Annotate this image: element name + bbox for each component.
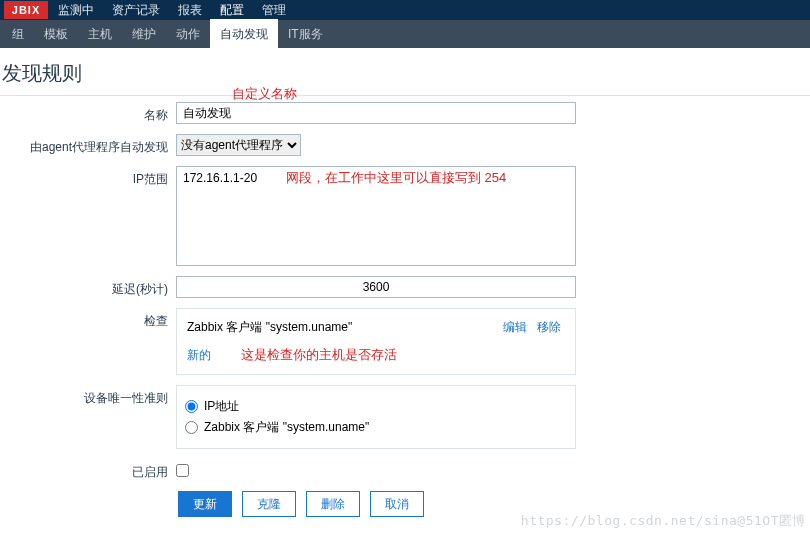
topmenu-monitoring[interactable]: 监测中 (58, 2, 94, 19)
subtab-hosts[interactable]: 主机 (78, 19, 122, 50)
update-button[interactable]: 更新 (178, 491, 232, 517)
label-enabled: 已启用 (0, 459, 176, 481)
radio-zabbix-agent[interactable] (185, 421, 198, 434)
clone-button[interactable]: 克隆 (242, 491, 296, 517)
annotation-custom-name: 自定义名称 (232, 85, 297, 103)
cancel-button[interactable]: 取消 (370, 491, 424, 517)
subtab-templates[interactable]: 模板 (34, 19, 78, 50)
name-input[interactable] (176, 102, 576, 124)
annotation-iprange: 网段，在工作中这里可以直接写到 254 (286, 169, 506, 187)
logo: JBIX (4, 1, 48, 19)
topmenu-administration[interactable]: 管理 (262, 2, 286, 19)
sub-navigation: 组 模板 主机 维护 动作 自动发现 IT服务 (0, 20, 810, 48)
annotation-check: 这是检查你的主机是否存活 (241, 346, 397, 364)
check-edit-link[interactable]: 编辑 (503, 319, 527, 336)
subtab-actions[interactable]: 动作 (166, 19, 210, 50)
page-title: 发现规则 (0, 48, 810, 95)
enabled-checkbox[interactable] (176, 464, 189, 477)
subtab-discovery[interactable]: 自动发现 (210, 19, 278, 50)
label-checks: 检查 (0, 308, 176, 330)
unique-radio-group: IP地址 Zabbix 客户端 "system.uname" (176, 385, 576, 449)
radio-ip-label: IP地址 (204, 398, 239, 415)
topmenu-inventory[interactable]: 资产记录 (112, 2, 160, 19)
agent-proxy-select[interactable]: 没有agent代理程序 (176, 134, 301, 156)
label-iprange: IP范围 (0, 166, 176, 188)
radio-zabbix-agent-label: Zabbix 客户端 "system.uname" (204, 419, 369, 436)
top-navigation: JBIX 监测中 资产记录 报表 配置 管理 (0, 0, 810, 20)
watermark: https://blog.csdn.net/sina@51OT匿博 (521, 512, 806, 530)
check-remove-link[interactable]: 移除 (537, 319, 561, 336)
label-name: 名称 (0, 102, 176, 124)
label-agent-proxy: 由agent代理程序自动发现 (0, 134, 176, 156)
radio-ip[interactable] (185, 400, 198, 413)
discovery-form: 名称 由agent代理程序自动发现 没有agent代理程序 IP范围 172.1… (0, 96, 810, 517)
subtab-maintenance[interactable]: 维护 (122, 19, 166, 50)
topmenu-configuration[interactable]: 配置 (220, 2, 244, 19)
delay-input[interactable] (176, 276, 576, 298)
topmenu-reports[interactable]: 报表 (178, 2, 202, 19)
label-unique: 设备唯一性准则 (0, 385, 176, 407)
label-delay: 延迟(秒计) (0, 276, 176, 298)
delete-button[interactable]: 删除 (306, 491, 360, 517)
check-new-link[interactable]: 新的 (187, 347, 211, 364)
subtab-groups[interactable]: 组 (2, 19, 34, 50)
top-menu: 监测中 资产记录 报表 配置 管理 (58, 2, 286, 19)
checks-box: Zabbix 客户端 "system.uname" 编辑 移除 新的 这是检查你… (176, 308, 576, 375)
subtab-itservices[interactable]: IT服务 (278, 19, 333, 50)
